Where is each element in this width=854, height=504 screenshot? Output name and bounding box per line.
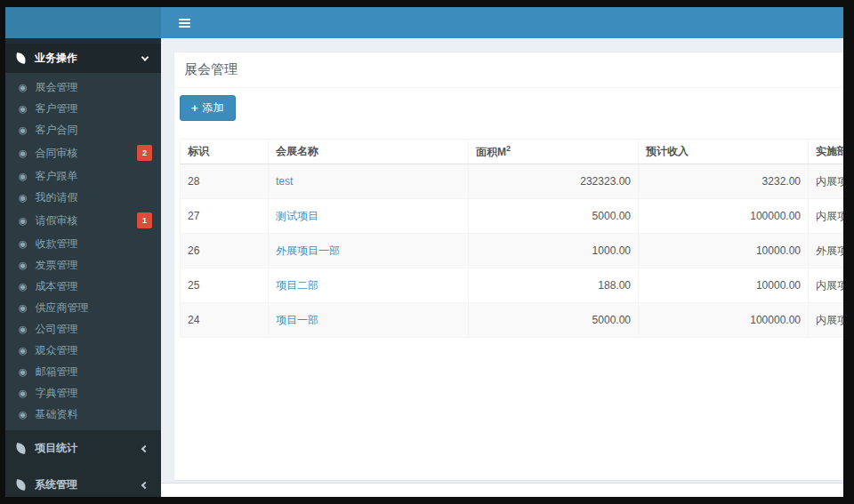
cell-area: 1000.00 xyxy=(469,234,639,268)
column-header-label: 实施部门 xyxy=(816,145,843,157)
sidebar-item[interactable]: ◉客户跟单 xyxy=(5,165,161,187)
leaf-icon xyxy=(15,443,27,454)
sidebar-item-label: 成本管理 xyxy=(36,280,152,292)
sidebar-item[interactable]: ◉客户管理 xyxy=(5,98,161,119)
cell-name: 外展项目一部 xyxy=(269,234,469,268)
cell-name: 测试项目 xyxy=(269,199,469,234)
dot-circle-icon: ◉ xyxy=(19,125,28,135)
table-row: 27测试项目5000.00100000.00内展项目 xyxy=(181,199,844,234)
leaf-icon xyxy=(15,52,27,64)
exhibition-link[interactable]: 项目二部 xyxy=(276,279,318,292)
sidebar-item[interactable]: ◉我的请假 xyxy=(5,187,161,208)
cell-area: 5000.00 xyxy=(469,199,639,234)
exhibition-link[interactable]: test xyxy=(276,175,293,188)
dot-circle-icon: ◉ xyxy=(19,193,28,203)
dot-circle-icon: ◉ xyxy=(19,148,28,158)
dot-circle-icon: ◉ xyxy=(19,260,28,270)
notification-badge: 1 xyxy=(137,212,152,228)
sidebar-section-label: 项目统计 xyxy=(35,441,142,456)
sidebar-item[interactable]: ◉成本管理 xyxy=(5,276,161,297)
exhibition-link[interactable]: 外展项目一部 xyxy=(276,244,340,257)
chevron-down-icon xyxy=(141,53,149,60)
sidebar-section-label: 业务操作 xyxy=(35,51,142,66)
sidebar-item-label: 请假审核 xyxy=(36,214,137,227)
sidebar-item[interactable]: ◉字典管理 xyxy=(5,382,161,404)
sidebar-item[interactable]: ◉发票管理 xyxy=(5,254,161,276)
dot-circle-icon: ◉ xyxy=(19,239,28,249)
sidebar-item-label: 客户合同 xyxy=(36,124,152,136)
dot-circle-icon: ◉ xyxy=(19,324,28,334)
cell-name: test xyxy=(269,164,469,199)
sidebar-section-project-stats[interactable]: 项目统计 xyxy=(5,430,161,467)
column-header-label: 预计收入 xyxy=(646,145,689,157)
chevron-left-icon xyxy=(141,481,149,488)
sidebar-item[interactable]: ◉观众管理 xyxy=(5,340,161,361)
logo-area xyxy=(5,7,161,38)
sidebar-item[interactable]: ◉客户合同 xyxy=(5,119,161,140)
navbar xyxy=(161,7,843,38)
table-row: 26外展项目一部1000.0010000.00外展项目 xyxy=(181,234,844,268)
exhibition-link[interactable]: 测试项目 xyxy=(276,210,318,222)
sidebar-item-label: 发票管理 xyxy=(36,259,152,271)
content-box: 展会管理 添加 标识会展名称面积M2预计收入实施部门 28test232323.… xyxy=(174,52,843,480)
cell-dept: 内展项目 xyxy=(809,164,844,199)
cell-dept: 内展项目 xyxy=(809,303,844,338)
cell-income: 100000.00 xyxy=(639,303,809,338)
chevron-left-icon xyxy=(141,444,149,452)
plus-icon xyxy=(191,103,198,114)
sidebar-item-label: 客户管理 xyxy=(36,102,152,115)
cell-id: 27 xyxy=(181,199,269,234)
leaf-icon xyxy=(15,479,27,491)
sidebar-item-label: 观众管理 xyxy=(36,344,152,356)
sidebar-item-label: 收款管理 xyxy=(36,237,152,250)
sidebar-item-label: 基础资料 xyxy=(36,408,152,420)
hamburger-icon[interactable] xyxy=(175,15,194,31)
sidebar-section-system-mgmt[interactable]: 系统管理 xyxy=(5,467,161,497)
cell-area: 188.00 xyxy=(469,268,639,303)
column-header: 实施部门 xyxy=(809,140,844,164)
dot-circle-icon: ◉ xyxy=(19,367,28,377)
sidebar-item-label: 我的请假 xyxy=(36,191,152,204)
app-window: 业务操作 ◉展会管理◉客户管理◉客户合同◉合同审核2◉客户跟单◉我的请假◉请假审… xyxy=(5,7,843,497)
sidebar-item-label: 字典管理 xyxy=(36,387,152,399)
dot-circle-icon: ◉ xyxy=(19,303,28,313)
content-area: 展会管理 添加 标识会展名称面积M2预计收入实施部门 28test232323.… xyxy=(161,38,843,497)
dot-circle-icon: ◉ xyxy=(19,172,28,181)
cell-id: 25 xyxy=(181,268,269,303)
exhibition-link[interactable]: 项目一部 xyxy=(276,314,318,326)
dot-circle-icon: ◉ xyxy=(19,388,28,398)
dot-circle-icon: ◉ xyxy=(19,83,28,92)
sidebar-section-business-ops[interactable]: 业务操作 xyxy=(5,44,161,73)
add-button-label: 添加 xyxy=(203,100,224,116)
table-row: 25项目二部188.0010000.00内展项目 xyxy=(181,268,844,303)
add-button[interactable]: 添加 xyxy=(180,95,236,121)
sidebar-item[interactable]: ◉邮箱管理 xyxy=(5,361,161,382)
sidebar-item[interactable]: ◉展会管理 xyxy=(5,76,161,98)
cell-id: 28 xyxy=(181,164,269,199)
box-header: 展会管理 xyxy=(174,52,843,88)
cell-area: 232323.00 xyxy=(469,164,639,199)
cell-area: 5000.00 xyxy=(469,303,639,338)
sidebar-submenu: ◉展会管理◉客户管理◉客户合同◉合同审核2◉客户跟单◉我的请假◉请假审核1◉收款… xyxy=(5,73,161,430)
sidebar-item[interactable]: ◉基础资料 xyxy=(5,404,161,425)
dot-circle-icon: ◉ xyxy=(19,216,28,226)
sidebar-item[interactable]: ◉公司管理 xyxy=(5,318,161,340)
cell-id: 24 xyxy=(181,303,269,338)
sidebar-item[interactable]: ◉合同审核2 xyxy=(5,140,161,165)
table-row: 28test232323.003232.00内展项目 xyxy=(181,164,844,199)
dot-circle-icon: ◉ xyxy=(19,104,28,114)
sidebar-section-label: 系统管理 xyxy=(35,477,142,492)
sidebar-item[interactable]: ◉供应商管理 xyxy=(5,297,161,318)
superscript: 2 xyxy=(506,144,511,153)
table-header-row: 标识会展名称面积M2预计收入实施部门 xyxy=(181,140,844,164)
sidebar-item-label: 邮箱管理 xyxy=(36,365,152,378)
cell-dept: 外展项目 xyxy=(809,234,844,268)
sidebar-item-label: 合同审核 xyxy=(36,147,137,159)
sidebar-item[interactable]: ◉收款管理 xyxy=(5,233,161,254)
sidebar-item-label: 展会管理 xyxy=(36,81,152,93)
notification-badge: 2 xyxy=(137,145,152,161)
sidebar-item[interactable]: ◉请假审核1 xyxy=(5,208,161,233)
column-header: 面积M2 xyxy=(469,140,639,164)
cell-name: 项目一部 xyxy=(269,303,469,338)
column-header: 会展名称 xyxy=(269,140,469,164)
